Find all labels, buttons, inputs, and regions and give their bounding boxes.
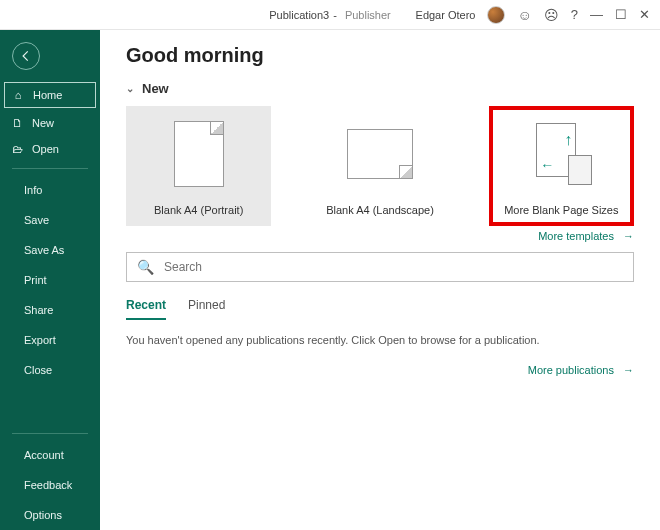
app-name: Publisher	[345, 9, 391, 21]
arrow-right-icon: →	[623, 230, 634, 242]
template-blank-a4-landscape[interactable]: Blank A4 (Landscape)	[307, 106, 452, 226]
back-button[interactable]	[12, 42, 40, 70]
nav-share[interactable]: Share	[0, 295, 100, 325]
divider	[12, 433, 88, 434]
home-icon: ⌂	[11, 89, 25, 101]
more-publications-link[interactable]: More publications →	[126, 364, 634, 376]
more-templates-link[interactable]: More templates →	[126, 230, 634, 242]
nav-feedback[interactable]: Feedback	[0, 470, 100, 500]
tab-pinned[interactable]: Pinned	[188, 298, 225, 320]
arrow-right-icon: →	[623, 364, 634, 376]
back-arrow-icon	[19, 49, 33, 63]
search-icon: 🔍	[137, 259, 154, 275]
user-name: Edgar Otero	[416, 9, 476, 21]
nav-account[interactable]: Account	[0, 440, 100, 470]
main-panel: Good morning ⌄ New Blank A4 (Portrait) B…	[100, 30, 660, 530]
nav-save-as[interactable]: Save As	[0, 235, 100, 265]
open-icon: 🗁	[10, 143, 24, 155]
search-box[interactable]: 🔍	[126, 252, 634, 282]
nav-options[interactable]: Options	[0, 500, 100, 530]
nav-new[interactable]: 🗋 New	[0, 110, 100, 136]
avatar[interactable]	[487, 6, 505, 24]
title-bar: Publication3 - Publisher Edgar Otero ☺ ☹…	[0, 0, 660, 30]
nav-export[interactable]: Export	[0, 325, 100, 355]
minimize-button[interactable]: —	[590, 7, 603, 22]
new-icon: 🗋	[10, 117, 24, 129]
template-label: Blank A4 (Portrait)	[130, 204, 267, 216]
window-title: Publication3 - Publisher	[269, 9, 390, 21]
portrait-page-icon	[174, 121, 224, 187]
nav-home-label: Home	[33, 89, 62, 101]
smile-icon[interactable]: ☺	[517, 7, 531, 23]
document-name: Publication3	[269, 9, 329, 21]
template-blank-a4-portrait[interactable]: Blank A4 (Portrait)	[126, 106, 271, 226]
new-section-label: New	[142, 81, 169, 96]
chevron-down-icon: ⌄	[126, 83, 134, 94]
new-section-header[interactable]: ⌄ New	[126, 81, 634, 96]
nav-open[interactable]: 🗁 Open	[0, 136, 100, 162]
recent-tabs: Recent Pinned	[126, 298, 634, 320]
close-button[interactable]: ✕	[639, 7, 650, 22]
template-label: More Blank Page Sizes	[493, 204, 630, 216]
divider	[12, 168, 88, 169]
page-title: Good morning	[126, 44, 634, 67]
nav-save[interactable]: Save	[0, 205, 100, 235]
nav-close[interactable]: Close	[0, 355, 100, 385]
search-input[interactable]	[164, 260, 623, 274]
tab-recent[interactable]: Recent	[126, 298, 166, 320]
arrow-up-icon: ↑	[564, 131, 572, 149]
backstage-sidebar: ⌂ Home 🗋 New 🗁 Open Info Save Save As Pr…	[0, 30, 100, 530]
template-label: Blank A4 (Landscape)	[311, 204, 448, 216]
nav-new-label: New	[32, 117, 54, 129]
maximize-button[interactable]: ☐	[615, 7, 627, 22]
nav-print[interactable]: Print	[0, 265, 100, 295]
nav-home[interactable]: ⌂ Home	[4, 82, 96, 108]
frown-icon[interactable]: ☹	[544, 7, 559, 23]
arrow-left-icon: ←	[540, 157, 554, 173]
nav-open-label: Open	[32, 143, 59, 155]
help-button[interactable]: ?	[571, 7, 578, 22]
template-more-page-sizes[interactable]: ↑ ← More Blank Page Sizes	[489, 106, 634, 226]
landscape-page-icon	[347, 129, 413, 179]
nav-info[interactable]: Info	[0, 175, 100, 205]
template-gallery: Blank A4 (Portrait) Blank A4 (Landscape)…	[126, 106, 634, 226]
empty-recent-message: You haven't opened any publications rece…	[126, 334, 634, 346]
more-sizes-icon: ↑ ←	[530, 123, 592, 185]
